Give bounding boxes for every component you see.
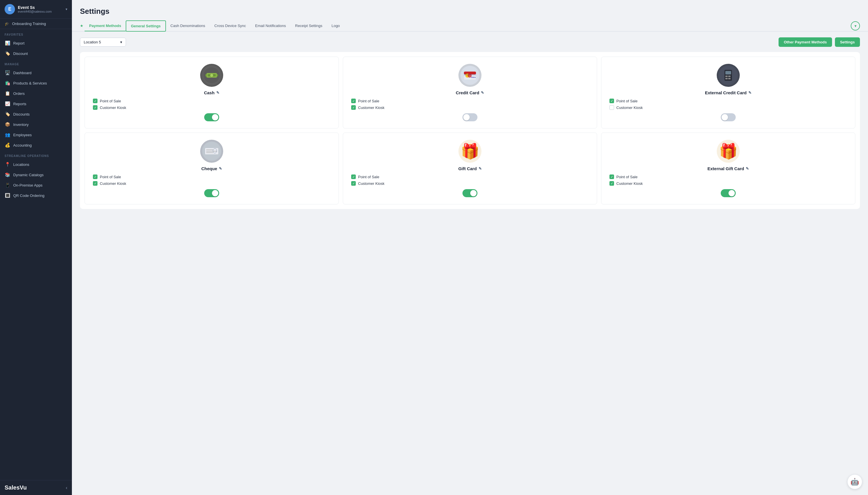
user-name: Event Ss — [18, 5, 52, 10]
svg-rect-15 — [725, 71, 731, 74]
cheque-checkboxes: ✓ Point of Sale ✓ Customer Kiosk — [90, 174, 333, 186]
cash-edit-icon[interactable]: ✎ — [216, 90, 219, 95]
credit-kiosk-checkbox[interactable]: ✓ — [351, 105, 356, 110]
credit-toggle-knob — [463, 114, 470, 120]
payment-card-ext-gift: 🎁 External Gift Card ✎ ✓ Point of Sale ✓… — [601, 133, 855, 204]
tab-payment-methods[interactable]: Payment Methods — [85, 21, 126, 31]
svg-point-3 — [210, 74, 213, 77]
sidebar-item-employees[interactable]: 👥 Employees — [0, 130, 72, 140]
sidebar-header: E Event Ss event440@salesvu.com ▾ — [0, 0, 72, 19]
credit-pos-checkbox[interactable]: ✓ — [351, 99, 356, 103]
ext-credit-icon — [717, 64, 740, 87]
sidebar-item-dynamic-catalogs[interactable]: 📚 Dynamic Catalogs — [0, 170, 72, 180]
cheque-edit-icon[interactable]: ✎ — [219, 167, 222, 171]
ext-credit-pos-checkbox[interactable]: ✓ — [610, 99, 614, 103]
tab-cross-device-sync[interactable]: Cross Device Sync — [210, 21, 251, 31]
credit-card-edit-icon[interactable]: ✎ — [481, 90, 484, 95]
gift-toggle-knob — [470, 190, 477, 196]
cash-kiosk-checkbox[interactable]: ✓ — [93, 105, 98, 110]
location-select[interactable]: Location 5 ▾ — [80, 38, 126, 47]
sidebar-item-accounting[interactable]: 💰 Accounting — [0, 140, 72, 150]
ext-gift-checkboxes: ✓ Point of Sale ✓ Customer Kiosk — [607, 174, 849, 186]
ext-gift-kiosk-checkbox[interactable]: ✓ — [610, 181, 614, 186]
cheque-kiosk-row: ✓ Customer Kiosk — [93, 181, 331, 186]
other-payment-methods-button[interactable]: Other Payment Methods — [779, 37, 832, 47]
tab-cash-denominations[interactable]: Cash Denominations — [166, 21, 210, 31]
content-area: Location 5 ▾ Other Payment Methods Setti… — [72, 32, 868, 495]
section-manage: MANAGE — [0, 58, 72, 68]
sidebar-item-discount[interactable]: 🏷️ Discount — [0, 48, 72, 58]
gift-pos-checkbox[interactable]: ✓ — [351, 174, 356, 179]
sidebar-item-onboarding[interactable]: 🎓 Onboarding Training — [0, 19, 72, 29]
sidebar-item-on-premise-apps[interactable]: 📱 On-Premise Apps — [0, 180, 72, 190]
ext-gift-edit-icon[interactable]: ✎ — [746, 167, 749, 171]
employees-icon: 👥 — [5, 132, 10, 137]
ext-credit-checkboxes: ✓ Point of Sale Customer Kiosk — [607, 99, 849, 110]
sidebar-item-products-label: Products & Services — [13, 81, 47, 85]
gift-checkboxes: ✓ Point of Sale ✓ Customer Kiosk — [349, 174, 591, 186]
tab-general-settings[interactable]: General Settings — [126, 20, 166, 32]
ext-credit-toggle[interactable] — [721, 113, 736, 121]
products-icon: 🛍️ — [5, 81, 10, 86]
sidebar-item-reports[interactable]: 📈 Reports — [0, 99, 72, 109]
sidebar-item-reports-label: Reports — [13, 102, 27, 106]
credit-card-name: Credit Card ✎ — [456, 90, 484, 95]
gift-kiosk-label: Customer Kiosk — [358, 182, 385, 186]
sidebar-item-qr-code-label: QR Code Ordering — [13, 193, 44, 198]
tabs-down-button[interactable]: ▾ — [851, 21, 860, 31]
report-icon: 📊 — [5, 40, 10, 46]
cash-checkboxes: ✓ Point of Sale ✓ Customer Kiosk — [90, 99, 333, 110]
sidebar-item-orders[interactable]: 📋 Orders — [0, 88, 72, 99]
cheque-icon — [200, 140, 223, 163]
gift-card-edit-icon[interactable]: ✎ — [479, 167, 482, 171]
sidebar-item-locations-label: Locations — [13, 163, 29, 167]
gift-card-icon: 🎁 — [458, 140, 482, 163]
section-favorites: FAVORITES — [0, 29, 72, 38]
ext-gift-pos-label: Point of Sale — [616, 175, 638, 179]
main-content: Settings ★ Payment Methods General Setti… — [72, 0, 868, 495]
sidebar-item-locations[interactable]: 📍 Locations — [0, 159, 72, 170]
sidebar-item-dashboard[interactable]: 🖥️ Dashboard — [0, 68, 72, 78]
settings-tabs: ★ Payment Methods General Settings Cash … — [72, 20, 868, 32]
ext-gift-toggle-knob — [729, 190, 735, 196]
ext-credit-edit-icon[interactable]: ✎ — [748, 90, 752, 95]
sidebar-item-products-services[interactable]: 🛍️ Products & Services — [0, 78, 72, 88]
svg-rect-18 — [725, 78, 728, 79]
cheque-pos-checkbox[interactable]: ✓ — [93, 174, 98, 179]
cheque-kiosk-checkbox[interactable]: ✓ — [93, 181, 98, 186]
discounts-icon: 🏷️ — [5, 112, 10, 117]
location-value: Location 5 — [84, 40, 101, 44]
ext-gift-toggle[interactable] — [721, 189, 736, 197]
settings-button[interactable]: Settings — [835, 37, 860, 47]
ext-credit-pos-label: Point of Sale — [616, 99, 638, 103]
collapse-sidebar-button[interactable]: ‹ — [66, 485, 67, 490]
user-email: event440@salesvu.com — [18, 10, 52, 13]
gift-kiosk-checkbox[interactable]: ✓ — [351, 181, 356, 186]
sidebar-item-discount-label: Discount — [13, 51, 28, 56]
user-menu-chevron[interactable]: ▾ — [66, 7, 67, 11]
inventory-icon: 📦 — [5, 122, 10, 127]
cash-pos-label: Point of Sale — [100, 99, 121, 103]
ext-credit-kiosk-checkbox[interactable] — [610, 105, 614, 110]
tab-logo[interactable]: Logo — [327, 21, 345, 31]
payment-card-gift: 🎁 Gift Card ✎ ✓ Point of Sale ✓ Customer… — [343, 133, 597, 204]
cash-toggle[interactable] — [204, 113, 219, 121]
tab-email-notifications[interactable]: Email Notifications — [251, 21, 290, 31]
chatbot-button[interactable]: 🤖 — [847, 474, 862, 489]
cash-pos-checkbox[interactable]: ✓ — [93, 99, 98, 103]
credit-kiosk-row: ✓ Customer Kiosk — [351, 105, 589, 110]
tab-receipt-settings[interactable]: Receipt Settings — [290, 21, 327, 31]
onboarding-label: Onboarding Training — [12, 21, 46, 26]
user-avatar: E — [5, 4, 15, 14]
sidebar-item-discounts[interactable]: 🏷️ Discounts — [0, 109, 72, 119]
credit-card-toggle[interactable] — [463, 113, 478, 121]
ext-gift-pos-checkbox[interactable]: ✓ — [610, 174, 614, 179]
sidebar-item-report-label: Report — [13, 41, 24, 46]
cheque-toggle[interactable] — [204, 189, 219, 197]
sidebar-item-qr-code-ordering[interactable]: 🔳 QR Code Ordering — [0, 190, 72, 201]
sidebar-item-report[interactable]: 📊 Report — [0, 38, 72, 48]
gift-toggle[interactable] — [463, 189, 478, 197]
svg-rect-12 — [464, 74, 476, 75]
svg-rect-4 — [205, 74, 206, 76]
sidebar-item-inventory[interactable]: 📦 Inventory — [0, 119, 72, 130]
